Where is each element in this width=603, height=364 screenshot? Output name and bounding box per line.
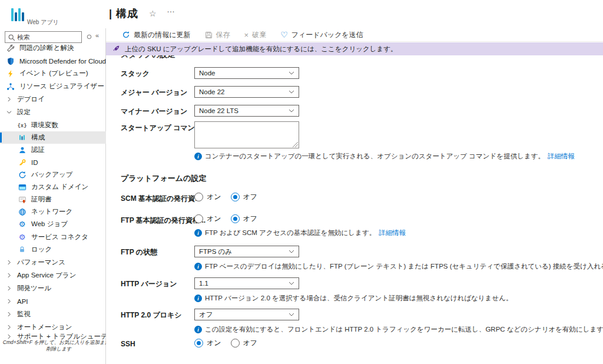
- learn-more-link[interactable]: 詳細情報: [548, 152, 575, 161]
- sidebar-item-diagnose-solve[interactable]: 問題の診断と解決: [0, 42, 106, 54]
- sidebar-item-label: 認証: [31, 145, 45, 154]
- sidebar-item-networking[interactable]: ネットワーク: [0, 206, 106, 218]
- favorite-star-icon[interactable]: ☆: [149, 9, 157, 18]
- sidebar-item-label: パフォーマンス: [17, 258, 65, 267]
- major-version-value: Node 22: [199, 88, 224, 95]
- collapse-menu-icon[interactable]: «: [95, 32, 99, 39]
- radio-off-label: オフ: [243, 192, 258, 202]
- sidebar-group-app-service-plan[interactable]: App Service プラン: [0, 269, 106, 282]
- sidebar-item-locks[interactable]: ロック: [0, 243, 106, 256]
- startup-command-textarea[interactable]: [195, 122, 299, 148]
- sidebar-item-defender[interactable]: Microsoft Defender for Cloud: [0, 55, 106, 67]
- sidebar-item-label: 環境変数: [31, 121, 58, 130]
- sidebar-item-custom-domains[interactable]: カスタム ドメイン: [0, 181, 106, 193]
- stack-select[interactable]: Node: [194, 67, 299, 79]
- sidebar-item-authentication[interactable]: 認証: [0, 144, 106, 156]
- ssh-label: SSH: [121, 340, 135, 348]
- ftp-basic-auth-radios: オン オフ: [194, 214, 257, 224]
- radio-off[interactable]: オフ: [231, 214, 258, 224]
- sidebar-item-webjobs[interactable]: ⚙ Web ジョブ: [0, 218, 106, 230]
- configuration-bars-icon: [18, 133, 26, 142]
- radio-checked-icon: [231, 193, 240, 201]
- backup-restore-icon: [18, 170, 26, 179]
- ssh-row: SSH オン オフ: [106, 338, 603, 351]
- sidebar-group-performance[interactable]: パフォーマンス: [0, 256, 106, 269]
- sidebar-item-configuration[interactable]: 構成: [0, 131, 106, 144]
- platform-settings-header: プラットフォームの設定: [121, 173, 206, 184]
- sidebar-item-label: 問題の診断と解決: [19, 44, 74, 52]
- sidebar-item-label: 設定: [17, 108, 31, 117]
- learn-more-link[interactable]: 詳細情報: [379, 229, 406, 237]
- radio-on[interactable]: オン: [194, 338, 221, 348]
- sidebar-group-settings[interactable]: 設定: [0, 106, 106, 118]
- http2-proxy-value: オフ: [199, 310, 213, 319]
- minor-version-select[interactable]: Node 22 LTS: [194, 105, 299, 117]
- sidebar-item-service-connector[interactable]: ⚙ サービス コネクタ: [0, 231, 106, 243]
- sidebar-item-certificates[interactable]: 証明書: [0, 193, 106, 206]
- refresh-menu-icon[interactable]: [87, 34, 92, 41]
- sidebar-search[interactable]: [5, 31, 82, 43]
- stack-settings-header: スタックの設定: [121, 55, 175, 59]
- sidebar-item-backups[interactable]: バックアップ: [0, 168, 106, 181]
- save-label: 保存: [216, 30, 230, 40]
- save-button[interactable]: 保存: [205, 30, 230, 40]
- scm-basic-auth-row: SCM 基本認証の発行資... オン オフ: [106, 192, 603, 205]
- http2-proxy-label: HTTP 2.0 プロキシ: [121, 310, 182, 320]
- radio-on-label: オン: [207, 192, 221, 202]
- rocket-icon: [112, 45, 120, 53]
- main-content: 最新の情報に更新 保存 × 破棄 ♡ フィードバックを送信 上位の SKU にア…: [106, 28, 603, 364]
- radio-on[interactable]: オン: [194, 214, 221, 224]
- sidebar-group-deploy[interactable]: デプロイ: [0, 93, 106, 105]
- radio-checked-icon: [231, 214, 240, 223]
- radio-off[interactable]: オフ: [231, 192, 258, 202]
- stack-select-value: Node: [199, 70, 216, 77]
- sidebar-item-resource-visualizer[interactable]: リソース ビジュアライザー: [0, 80, 106, 92]
- major-version-select[interactable]: Node 22: [194, 86, 299, 98]
- search-input[interactable]: [17, 32, 79, 42]
- sidebar-item-events[interactable]: イベント (プレビュー): [0, 67, 106, 80]
- sidebar-item-environment-variables[interactable]: {x} 環境変数: [0, 119, 106, 131]
- radio-off-label: オフ: [243, 214, 258, 224]
- feedback-button[interactable]: ♡ フィードバックを送信: [280, 30, 363, 40]
- sidebar-item-label: サービス コネクタ: [31, 233, 88, 241]
- refresh-button[interactable]: 最新の情報に更新: [122, 30, 191, 40]
- http-version-value: 1.1: [199, 280, 208, 287]
- resize-grip-icon[interactable]: [293, 142, 298, 147]
- info-icon: i: [194, 294, 202, 302]
- http-version-select[interactable]: 1.1: [194, 277, 299, 289]
- sidebar-group-api[interactable]: API: [0, 295, 106, 307]
- startup-command-textarea-wrap: [194, 121, 299, 148]
- more-menu-icon[interactable]: …: [167, 5, 175, 14]
- sidebar-item-label: Web ジョブ: [31, 220, 68, 229]
- gear-icon: ⚙: [18, 220, 26, 229]
- chevron-right-icon: [6, 96, 13, 102]
- sidebar-item-label: リソース ビジュアライザー: [19, 82, 104, 91]
- ftp-state-select[interactable]: FTPS のみ: [194, 246, 299, 257]
- sidebar-item-identity[interactable]: ID: [0, 156, 106, 168]
- sidebar-group-dev-tools[interactable]: 開発ツール: [0, 282, 106, 294]
- discard-button[interactable]: × 破棄: [244, 30, 267, 40]
- network-graph-icon: [6, 82, 15, 91]
- chevron-down-icon: [289, 282, 294, 285]
- chevron-down-icon: [289, 109, 294, 112]
- sidebar-item-label: 証明書: [31, 195, 52, 204]
- upgrade-sku-banner[interactable]: 上位の SKU にアップグレードして追加機能を有効にするには、ここをクリックしま…: [106, 42, 603, 55]
- radio-off[interactable]: オフ: [231, 338, 258, 348]
- page-title: | 構成: [109, 6, 138, 21]
- sidebar-item-label: カスタム ドメイン: [31, 183, 88, 191]
- lock-icon: [18, 245, 26, 254]
- person-icon: [18, 145, 26, 154]
- gear-connector-icon: ⚙: [18, 233, 26, 241]
- http2-proxy-select[interactable]: オフ: [194, 309, 299, 320]
- minor-version-label: マイナー バージョン: [121, 107, 187, 117]
- startup-command-row: スタートアップ コマンド: [106, 121, 603, 150]
- save-icon: [205, 31, 213, 39]
- http-version-row: HTTP バージョン 1.1: [106, 277, 603, 290]
- radio-off-label: オフ: [243, 338, 258, 348]
- sidebar-item-label: ネットワーク: [31, 207, 72, 216]
- ssh-radios: オン オフ: [194, 338, 257, 348]
- sidebar-group-monitoring[interactable]: 監視: [0, 308, 106, 320]
- radio-on[interactable]: オン: [194, 192, 221, 202]
- info-icon: i: [194, 263, 202, 270]
- chevron-right-icon: [6, 311, 13, 317]
